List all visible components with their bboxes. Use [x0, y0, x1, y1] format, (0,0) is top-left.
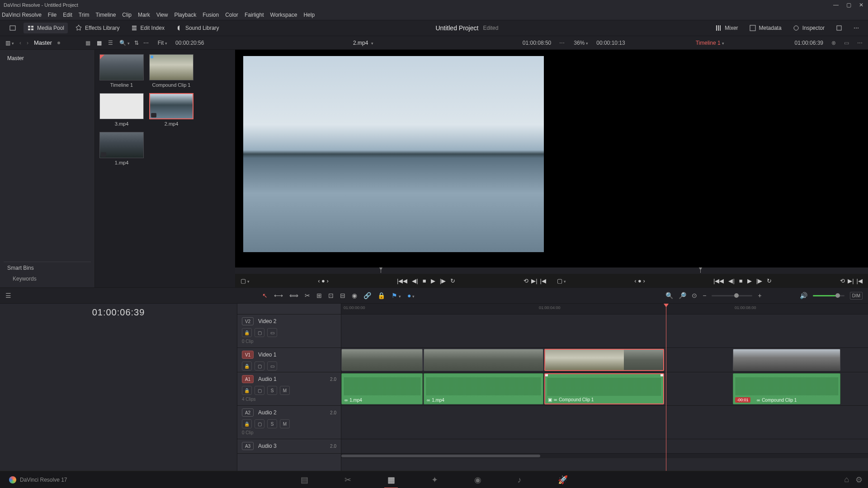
- zoom-slider[interactable]: [712, 295, 752, 296]
- video-clip-2[interactable]: [424, 349, 543, 371]
- more-button[interactable]: ⋯: [850, 23, 863, 33]
- src-mark-in-out[interactable]: ⟲: [524, 277, 528, 284]
- timeline-view-options[interactable]: ☰: [5, 292, 11, 299]
- marker-tool[interactable]: ●: [407, 292, 415, 299]
- track-tag-a1[interactable]: A1: [242, 375, 254, 383]
- pool-options[interactable]: ⋯: [143, 40, 149, 46]
- thumb-timeline1[interactable]: Timeline 1: [99, 54, 144, 88]
- home-button[interactable]: ⌂: [844, 475, 849, 485]
- menu-mark[interactable]: Mark: [138, 12, 150, 18]
- video-clip-4[interactable]: [733, 349, 840, 371]
- menu-fusion[interactable]: Fusion: [203, 12, 219, 18]
- dim-toggle[interactable]: DIM: [850, 292, 863, 300]
- src-prev-frame[interactable]: ◀|: [412, 277, 418, 284]
- track-mute-a1[interactable]: M: [280, 386, 290, 395]
- menu-timeline[interactable]: Timeline: [95, 12, 116, 18]
- timeline-name[interactable]: Timeline 1: [696, 40, 724, 46]
- insert-tool[interactable]: ⊞: [316, 292, 322, 299]
- link-tool[interactable]: 🔗: [363, 292, 371, 299]
- menu-workspace[interactable]: Workspace: [270, 12, 297, 18]
- fade-in-handle[interactable]: [544, 373, 548, 376]
- thumb-3mp4[interactable]: 3.mp4: [99, 93, 144, 127]
- tl-mark-in[interactable]: ▶|: [848, 277, 854, 284]
- src-stop[interactable]: ■: [423, 277, 426, 284]
- video-clip-1[interactable]: [341, 349, 423, 371]
- track-lane-v2[interactable]: [341, 314, 868, 348]
- timeline-match-button[interactable]: ‹ ● ›: [634, 277, 645, 284]
- fade-out-handle[interactable]: [660, 373, 664, 376]
- track-lane-a3[interactable]: [341, 439, 868, 454]
- zoom-out[interactable]: −: [703, 292, 706, 299]
- track-header-v1[interactable]: V1 Video 1 🔒 ▢ ▭: [237, 348, 341, 372]
- track-lane-a1[interactable]: ∞1.mp4 ∞1.mp4 ▣∞Compound Clip 1 -00:01 ∞…: [341, 372, 868, 406]
- fusion-page-tab[interactable]: ✦: [431, 475, 438, 485]
- timeline-scrollbar[interactable]: [341, 454, 868, 458]
- source-clip-name[interactable]: 2.mp4: [353, 40, 373, 46]
- src-next-frame[interactable]: |▶: [440, 277, 446, 284]
- src-mark-in[interactable]: ▶|: [531, 277, 537, 284]
- edit-index-toggle[interactable]: Edit Index: [127, 23, 168, 33]
- track-solo-a1[interactable]: S: [267, 386, 277, 395]
- flag-tool[interactable]: ⚑: [392, 292, 401, 299]
- mute-toggle[interactable]: 🔊: [800, 292, 807, 299]
- track-disable-v1[interactable]: ▭: [267, 361, 277, 371]
- media-page-tab[interactable]: ▤: [301, 475, 308, 485]
- sidebar-toggle[interactable]: ▥: [5, 40, 14, 46]
- mixer-toggle[interactable]: Mixer: [711, 23, 741, 33]
- thumb-2mp4[interactable]: 2.mp4: [149, 93, 193, 127]
- fullscreen-button[interactable]: [832, 23, 846, 33]
- track-lock-a2[interactable]: 🔒: [242, 419, 252, 428]
- track-lock-a1[interactable]: 🔒: [242, 386, 252, 395]
- source-viewer[interactable]: [235, 50, 552, 267]
- view-thumb[interactable]: ▦: [95, 39, 104, 47]
- timeline-overlay-button[interactable]: ▢: [557, 277, 566, 284]
- color-page-tab[interactable]: ◉: [474, 475, 481, 485]
- replace-tool[interactable]: ⊟: [340, 292, 345, 299]
- track-lane-a2[interactable]: [341, 406, 868, 439]
- minimize-button[interactable]: —: [833, 2, 839, 8]
- source-more[interactable]: ⋯: [559, 40, 565, 46]
- track-solo-a2[interactable]: S: [267, 419, 277, 428]
- tl-mark-out[interactable]: |◀: [857, 277, 863, 284]
- track-header-a3[interactable]: A3 Audio 3 2.0: [237, 439, 341, 454]
- view-list[interactable]: ☰: [106, 39, 115, 47]
- track-tag-v2[interactable]: V2: [242, 317, 254, 325]
- audio-clip-3-selected[interactable]: ▣∞Compound Clip 1: [544, 373, 664, 404]
- track-auto-a2[interactable]: ▢: [255, 419, 264, 428]
- track-tag-a3[interactable]: A3: [242, 442, 254, 450]
- menu-fairlight[interactable]: Fairlight: [245, 12, 264, 18]
- tl-loop[interactable]: ↻: [767, 277, 772, 284]
- volume-slider[interactable]: [813, 295, 844, 296]
- sort-button[interactable]: ⇅: [134, 40, 139, 46]
- media-pool-toggle[interactable]: Media Pool: [24, 23, 68, 33]
- lock-tool[interactable]: 🔒: [377, 292, 385, 299]
- menu-trim[interactable]: Trim: [79, 12, 90, 18]
- track-tag-v1[interactable]: V1: [242, 351, 254, 359]
- inspector-toggle[interactable]: Inspector: [789, 23, 828, 33]
- timeline-ruler[interactable]: 01:00:00:00 01:00:04:00 01:00:08:00: [341, 304, 868, 314]
- menu-file[interactable]: File: [48, 12, 57, 18]
- track-lock-v1[interactable]: 🔒: [242, 361, 252, 371]
- tl-first-frame[interactable]: |◀◀: [713, 277, 724, 284]
- menu-davinci[interactable]: DaVinci Resolve: [2, 12, 42, 18]
- track-lane-v1[interactable]: [341, 348, 868, 372]
- playhead[interactable]: [666, 304, 666, 471]
- timeline-tracks[interactable]: 01:00:00:00 01:00:04:00 01:00:08:00 ∞1.m…: [341, 304, 868, 471]
- track-auto-a1[interactable]: ▢: [255, 386, 264, 395]
- blade-tool[interactable]: ✂: [305, 292, 310, 299]
- source-overlay-button[interactable]: ▢: [241, 277, 250, 284]
- track-auto-v1[interactable]: ▢: [255, 361, 264, 371]
- detail-zoom[interactable]: 🔎: [679, 292, 686, 299]
- nav-back[interactable]: ‹: [19, 40, 21, 46]
- menu-clip[interactable]: Clip: [122, 12, 132, 18]
- src-play[interactable]: ▶: [431, 277, 435, 284]
- timeline-scrubber[interactable]: [552, 267, 868, 274]
- single-viewer-button[interactable]: ▭: [844, 40, 849, 46]
- tl-mark-in-out[interactable]: ⟲: [840, 277, 845, 284]
- scrollbar-thumb[interactable]: [341, 455, 540, 457]
- sound-library-toggle[interactable]: Sound Library: [172, 23, 223, 33]
- smart-bin-keywords[interactable]: Keywords: [4, 274, 91, 284]
- timeline-viewer[interactable]: [552, 50, 868, 267]
- source-scrubber[interactable]: [235, 267, 552, 274]
- video-clip-3-selected[interactable]: [544, 349, 664, 371]
